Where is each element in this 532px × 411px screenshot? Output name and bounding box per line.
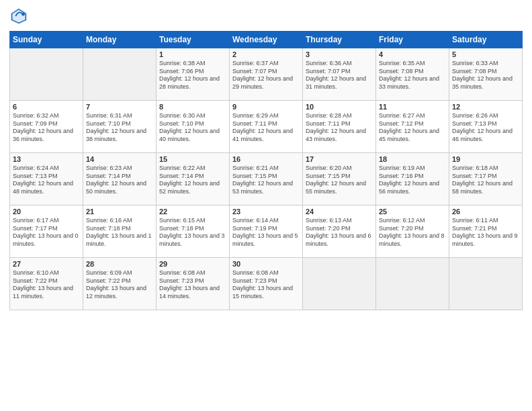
day-header-monday: Monday [83, 32, 157, 48]
calendar-cell: 29Sunrise: 6:08 AM Sunset: 7:23 PM Dayli… [157, 258, 230, 310]
day-info: Sunrise: 6:21 AM Sunset: 7:15 PM Dayligh… [232, 165, 300, 196]
calendar-cell: 17Sunrise: 6:20 AM Sunset: 7:15 PM Dayli… [303, 153, 376, 205]
day-header-wednesday: Wednesday [230, 32, 303, 48]
calendar-cell: 19Sunrise: 6:18 AM Sunset: 7:17 PM Dayli… [449, 153, 523, 205]
day-info: Sunrise: 6:10 AM Sunset: 7:22 PM Dayligh… [13, 269, 80, 301]
week-row-1: 1Sunrise: 6:38 AM Sunset: 7:06 PM Daylig… [10, 48, 523, 101]
day-number: 15 [159, 155, 226, 163]
day-number: 13 [13, 155, 80, 163]
logo-icon [9, 7, 28, 26]
day-info: Sunrise: 6:35 AM Sunset: 7:08 PM Dayligh… [379, 60, 446, 91]
day-header-sunday: Sunday [10, 32, 83, 48]
day-info: Sunrise: 6:15 AM Sunset: 7:18 PM Dayligh… [159, 217, 226, 248]
week-row-4: 20Sunrise: 6:17 AM Sunset: 7:17 PM Dayli… [10, 205, 523, 258]
day-info: Sunrise: 6:17 AM Sunset: 7:17 PM Dayligh… [13, 217, 80, 248]
calendar-cell: 21Sunrise: 6:16 AM Sunset: 7:18 PM Dayli… [83, 205, 157, 258]
day-number: 18 [379, 155, 446, 163]
day-number: 26 [452, 208, 519, 216]
day-info: Sunrise: 6:31 AM Sunset: 7:10 PM Dayligh… [86, 112, 153, 144]
day-number: 2 [232, 50, 300, 58]
day-number: 28 [86, 260, 153, 268]
calendar-cell: 16Sunrise: 6:21 AM Sunset: 7:15 PM Dayli… [230, 153, 303, 205]
day-info: Sunrise: 6:28 AM Sunset: 7:11 PM Dayligh… [306, 112, 373, 144]
day-info: Sunrise: 6:20 AM Sunset: 7:15 PM Dayligh… [306, 165, 373, 196]
calendar-cell: 20Sunrise: 6:17 AM Sunset: 7:17 PM Dayli… [10, 205, 83, 258]
day-info: Sunrise: 6:08 AM Sunset: 7:23 PM Dayligh… [159, 269, 226, 301]
calendar-cell: 4Sunrise: 6:35 AM Sunset: 7:08 PM Daylig… [376, 48, 449, 101]
calendar-cell: 6Sunrise: 6:32 AM Sunset: 7:09 PM Daylig… [10, 101, 83, 153]
day-number: 19 [452, 155, 519, 163]
day-header-friday: Friday [376, 32, 449, 48]
day-header-thursday: Thursday [303, 32, 376, 48]
calendar-cell: 11Sunrise: 6:27 AM Sunset: 7:12 PM Dayli… [376, 101, 449, 153]
day-number: 1 [159, 50, 226, 58]
calendar-cell: 22Sunrise: 6:15 AM Sunset: 7:18 PM Dayli… [157, 205, 230, 258]
svg-marker-0 [11, 8, 27, 24]
day-number: 4 [379, 50, 446, 58]
calendar-cell: 27Sunrise: 6:10 AM Sunset: 7:22 PM Dayli… [10, 258, 83, 310]
calendar-cell: 5Sunrise: 6:33 AM Sunset: 7:08 PM Daylig… [449, 48, 523, 101]
calendar-cell: 10Sunrise: 6:28 AM Sunset: 7:11 PM Dayli… [303, 101, 376, 153]
days-header-row: SundayMondayTuesdayWednesdayThursdayFrid… [10, 32, 523, 48]
day-number: 20 [13, 208, 80, 216]
day-number: 25 [379, 208, 446, 216]
day-info: Sunrise: 6:13 AM Sunset: 7:20 PM Dayligh… [306, 217, 373, 248]
calendar-cell: 18Sunrise: 6:19 AM Sunset: 7:16 PM Dayli… [376, 153, 449, 205]
day-info: Sunrise: 6:23 AM Sunset: 7:14 PM Dayligh… [86, 165, 153, 196]
day-info: Sunrise: 6:36 AM Sunset: 7:07 PM Dayligh… [306, 60, 373, 91]
day-number: 17 [306, 155, 373, 163]
calendar-cell [449, 258, 523, 310]
calendar-cell [10, 48, 83, 101]
day-number: 21 [86, 208, 153, 216]
day-number: 8 [159, 103, 226, 111]
day-info: Sunrise: 6:12 AM Sunset: 7:20 PM Dayligh… [379, 217, 446, 248]
calendar-cell: 24Sunrise: 6:13 AM Sunset: 7:20 PM Dayli… [303, 205, 376, 258]
header [9, 7, 523, 26]
day-number: 24 [306, 208, 373, 216]
page-container: SundayMondayTuesdayWednesdayThursdayFrid… [0, 0, 532, 411]
day-info: Sunrise: 6:32 AM Sunset: 7:09 PM Dayligh… [13, 112, 80, 144]
day-info: Sunrise: 6:30 AM Sunset: 7:10 PM Dayligh… [159, 112, 226, 144]
day-header-tuesday: Tuesday [157, 32, 230, 48]
day-number: 6 [13, 103, 80, 111]
calendar-cell: 1Sunrise: 6:38 AM Sunset: 7:06 PM Daylig… [157, 48, 230, 101]
week-row-2: 6Sunrise: 6:32 AM Sunset: 7:09 PM Daylig… [10, 101, 523, 153]
day-number: 10 [306, 103, 373, 111]
day-number: 16 [232, 155, 300, 163]
day-number: 12 [452, 103, 519, 111]
week-row-5: 27Sunrise: 6:10 AM Sunset: 7:22 PM Dayli… [10, 258, 523, 310]
day-number: 9 [232, 103, 300, 111]
calendar-cell: 8Sunrise: 6:30 AM Sunset: 7:10 PM Daylig… [157, 101, 230, 153]
calendar-cell [83, 48, 157, 101]
day-info: Sunrise: 6:22 AM Sunset: 7:14 PM Dayligh… [159, 165, 226, 196]
day-info: Sunrise: 6:16 AM Sunset: 7:18 PM Dayligh… [86, 217, 153, 248]
day-info: Sunrise: 6:24 AM Sunset: 7:13 PM Dayligh… [13, 165, 80, 196]
day-info: Sunrise: 6:37 AM Sunset: 7:07 PM Dayligh… [232, 60, 300, 91]
day-header-saturday: Saturday [449, 32, 523, 48]
calendar-cell: 30Sunrise: 6:08 AM Sunset: 7:23 PM Dayli… [230, 258, 303, 310]
day-info: Sunrise: 6:08 AM Sunset: 7:23 PM Dayligh… [232, 269, 300, 301]
calendar-cell [376, 258, 449, 310]
calendar-table: SundayMondayTuesdayWednesdayThursdayFrid… [9, 31, 523, 310]
day-info: Sunrise: 6:11 AM Sunset: 7:21 PM Dayligh… [452, 217, 519, 248]
day-number: 27 [13, 260, 80, 268]
day-number: 7 [86, 103, 153, 111]
day-info: Sunrise: 6:27 AM Sunset: 7:12 PM Dayligh… [379, 112, 446, 144]
calendar-cell: 13Sunrise: 6:24 AM Sunset: 7:13 PM Dayli… [10, 153, 83, 205]
day-number: 30 [232, 260, 300, 268]
calendar-cell [303, 258, 376, 310]
calendar-cell: 26Sunrise: 6:11 AM Sunset: 7:21 PM Dayli… [449, 205, 523, 258]
day-number: 22 [159, 208, 226, 216]
day-info: Sunrise: 6:29 AM Sunset: 7:11 PM Dayligh… [232, 112, 300, 144]
calendar-cell: 2Sunrise: 6:37 AM Sunset: 7:07 PM Daylig… [230, 48, 303, 101]
calendar-cell: 12Sunrise: 6:26 AM Sunset: 7:13 PM Dayli… [449, 101, 523, 153]
day-info: Sunrise: 6:14 AM Sunset: 7:19 PM Dayligh… [232, 217, 300, 248]
day-info: Sunrise: 6:38 AM Sunset: 7:06 PM Dayligh… [159, 60, 226, 91]
logo [9, 7, 31, 26]
calendar-cell: 25Sunrise: 6:12 AM Sunset: 7:20 PM Dayli… [376, 205, 449, 258]
day-number: 29 [159, 260, 226, 268]
day-number: 23 [232, 208, 300, 216]
day-info: Sunrise: 6:33 AM Sunset: 7:08 PM Dayligh… [452, 60, 519, 91]
day-number: 3 [306, 50, 373, 58]
svg-point-2 [21, 13, 25, 16]
